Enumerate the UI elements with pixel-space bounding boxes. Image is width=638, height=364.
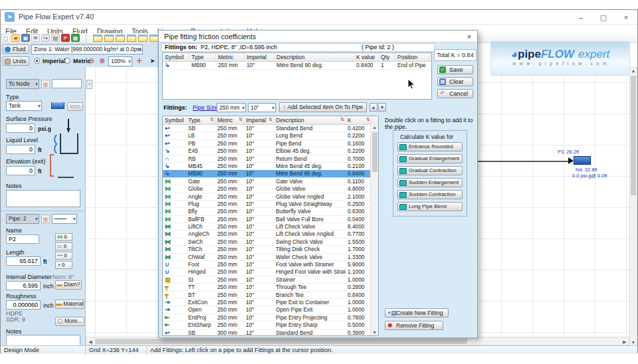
maximize-button[interactable]: ▢ (592, 10, 615, 25)
print-icon[interactable]: ▤ (51, 34, 60, 42)
metric-size-dropdown[interactable]: 250 mm (217, 103, 246, 112)
tab-icon-1[interactable] (93, 35, 102, 42)
current-header-imperial[interactable]: Imperial (245, 53, 274, 61)
tab-icon-4[interactable] (127, 35, 136, 42)
calc-k-button-entrance-rounded[interactable]: Entrance Rounded (397, 142, 463, 151)
open-folder-icon[interactable]: ▰ (11, 34, 20, 42)
current-header-description[interactable]: Description (274, 53, 354, 61)
pipe-p3-line[interactable] (478, 161, 572, 162)
sort-icon[interactable]: ⇅ (340, 117, 344, 122)
tab-icon-2[interactable] (104, 35, 114, 42)
list-scroll-up-icon[interactable]: ▲ (371, 125, 378, 130)
imperial-size-dropdown[interactable]: 10" (248, 103, 276, 112)
cancel-button[interactable]: ↶Cancel (437, 89, 473, 98)
zoom-out-icon[interactable]: ⊖ (87, 56, 96, 65)
zoom-level-dropdown[interactable]: 100% (108, 56, 132, 66)
tab-icon-5[interactable] (138, 35, 148, 42)
vertical-scrollbar[interactable]: ▲ ▼ (629, 67, 637, 346)
scroll-down-icon[interactable]: ▼ (630, 340, 637, 345)
fitting-row-entsharp[interactable]: ⇤EntSharp250 mm10"Pipe Entry Sharp0.5000 (163, 321, 378, 329)
surface-pressure-input[interactable] (6, 124, 35, 133)
list-scroll-thumb[interactable] (372, 132, 377, 172)
image-icon[interactable]: ▦ (71, 34, 80, 42)
calc-k-button-sudden-enlargement[interactable]: Sudden Enlargement (397, 178, 463, 187)
fluid-button[interactable]: Fluid (3, 45, 29, 54)
pdf-icon[interactable]: P (61, 34, 70, 42)
fitting-row-open[interactable]: ⇥Open250 mm10"Open Pipe Exit1.0000 (163, 306, 378, 314)
pipe-settings-icon[interactable]: ◎ (41, 215, 50, 223)
node-type-dropdown[interactable]: Tank (6, 101, 42, 111)
horizontal-scroll-thumb[interactable] (95, 339, 467, 344)
save-icon[interactable]: ▣ (21, 34, 30, 42)
list-header-imperial[interactable]: Imperial⇅ (244, 116, 274, 124)
internal-diameter-input[interactable] (6, 281, 41, 290)
fluid-zone-dropdown[interactable]: Zone 1: Water [998.000000 kg/m³ at 0.0ps… (31, 45, 143, 54)
icon-button[interactable]: Icon (67, 102, 83, 111)
fitting-row-foot[interactable]: ∪Foot250 mm10"Foot Valve with Strainer5.… (163, 261, 378, 268)
scroll-up-icon[interactable]: ▲ (630, 68, 637, 73)
sort-icon[interactable]: ⇅ (239, 117, 243, 122)
pipe-selector[interactable]: Pipe: 2 (6, 214, 39, 224)
fitting-row-sb[interactable]: ↩SB250 mm10"Standard Bend0.4200 (163, 125, 378, 132)
current-header-qty[interactable]: Qty (379, 53, 395, 61)
fitting-row-plug[interactable]: ⋈Plug250 mm10"Plug Valve Straightway0.25… (163, 201, 378, 208)
fitting-row-bfly[interactable]: ⋈Bfly250 mm10"Butterfly Valve0.6300 (163, 208, 378, 215)
node-notes-textarea[interactable] (6, 190, 80, 207)
length-input[interactable] (6, 256, 41, 266)
pan-crosshair-icon[interactable]: ✛ (135, 56, 144, 65)
fitting-row-pb[interactable]: ↩PB250 mm10"Pipe Bend0.1600 (163, 140, 378, 147)
line-style-dropdown[interactable] (52, 214, 77, 224)
fitting-row-mb45[interactable]: ↳MB45250 mm10"Mitre Bend 45 deg.0.2100 (163, 163, 378, 170)
close-button[interactable]: × (615, 10, 637, 25)
fitting-row-st[interactable]: ▨St250 mm10"Strainer1.0000 (163, 276, 378, 284)
sort-icon[interactable]: ⇅ (366, 117, 370, 122)
material-button[interactable]: ▬ Material (55, 300, 84, 309)
current-header-metric[interactable]: Metric (216, 53, 245, 61)
fitting-row-entproj[interactable]: ⇤EntProj250 mm10"Pipe Entry Projecting0.… (163, 314, 378, 321)
calc-k-button-gradual-enlargement[interactable]: Gradual Enlargement (397, 154, 463, 163)
more-button[interactable]: ▢ More... (55, 317, 84, 326)
clear-button[interactable]: ▦Clear (437, 77, 473, 86)
minimize-button[interactable]: – (570, 10, 592, 25)
node-n4-tank-icon[interactable] (574, 156, 591, 165)
fitting-row-lb[interactable]: ↩LB250 mm10"Long Bend0.2200 (163, 132, 378, 139)
current-header-k-value[interactable]: K value (354, 53, 379, 61)
liquid-level-input[interactable] (6, 145, 35, 154)
fitting-row-anglech[interactable]: ⋈AngleCh250 mm10"Lift Check Valve Angled… (163, 230, 378, 238)
vertical-scroll-thumb[interactable] (631, 76, 636, 195)
fitting-row-globe[interactable]: ⋈Globe250 mm10"Globe Valve4.8000 (163, 185, 378, 193)
diam-button[interactable]: ▬ Diam? (55, 280, 82, 290)
email-icon[interactable]: ✉ (31, 34, 40, 42)
current-fitting-row[interactable]: ↳MB90250 mm10"Mitre Bend 90 deg.0.84001E… (163, 62, 431, 70)
create-new-fitting-button[interactable]: +▤Create New Fitting (385, 308, 449, 318)
to-node-selector[interactable]: To Node (6, 79, 39, 89)
collapse-panel-button[interactable]: ‹ (86, 80, 92, 89)
pipe-size-link[interactable]: Pipe Size (193, 104, 218, 111)
scroll-right-icon[interactable]: ▶ (621, 339, 628, 345)
pointer-tool-icon[interactable]: ➤ (148, 56, 157, 65)
list-header-metric[interactable]: Metric⇅ (215, 116, 244, 124)
units-button[interactable]: Units (3, 56, 29, 66)
scroll-left-icon[interactable]: ◀ (87, 339, 94, 345)
fitting-row-gate[interactable]: ⋈Gate250 mm10"Gate Valve0.1100 (163, 178, 378, 185)
dialog-close-icon[interactable]: × (465, 32, 474, 41)
export-icon[interactable]: ↪ (41, 34, 50, 42)
fitting-row-tiltch[interactable]: ⋈TiltCh250 mm10"Tilting Disk Check1.7000 (163, 246, 378, 253)
fitting-row-hinged[interactable]: ∪Hinged250 mm10"Hinged Foot Valve with S… (163, 268, 378, 276)
roughness-input[interactable] (6, 300, 41, 310)
pipe-count-button-2[interactable]: ▭ 0 (55, 242, 72, 250)
fitting-row-rb[interactable]: ∩RB250 mm10"Return Bend0.7000 (163, 155, 378, 163)
fitting-row-ballfb[interactable]: ⋈BallFB250 mm10"Ball Valve Full Bore0.04… (163, 216, 378, 223)
fitting-row-tt[interactable]: ┳TT250 mm10"Through Tee0.2800 (163, 284, 378, 291)
pipe-count-button-1[interactable]: ⋈ 0 (55, 233, 72, 241)
fitting-row-mb90[interactable]: ↳MB90250 mm10"Mitre Bend 90 deg.0.8400 (163, 170, 378, 177)
save-button[interactable]: ✓Save (437, 65, 473, 74)
add-selected-item-button[interactable]: ↑ Add Selected Item On To Pipe (279, 102, 367, 112)
list-scroll-down-icon[interactable]: ▼ (371, 330, 378, 335)
current-header-position[interactable]: Position (395, 53, 430, 61)
fitting-row-sb[interactable]: ↩SB300 mm12"Standard Bend0.3900 (163, 329, 378, 337)
tab-icon-3[interactable] (116, 35, 125, 42)
list-header-k[interactable]: K⇅ (346, 116, 372, 124)
sort-icon[interactable]: ⇅ (181, 124, 185, 124)
fitting-symbol-icon[interactable]: ↳ (163, 62, 189, 69)
